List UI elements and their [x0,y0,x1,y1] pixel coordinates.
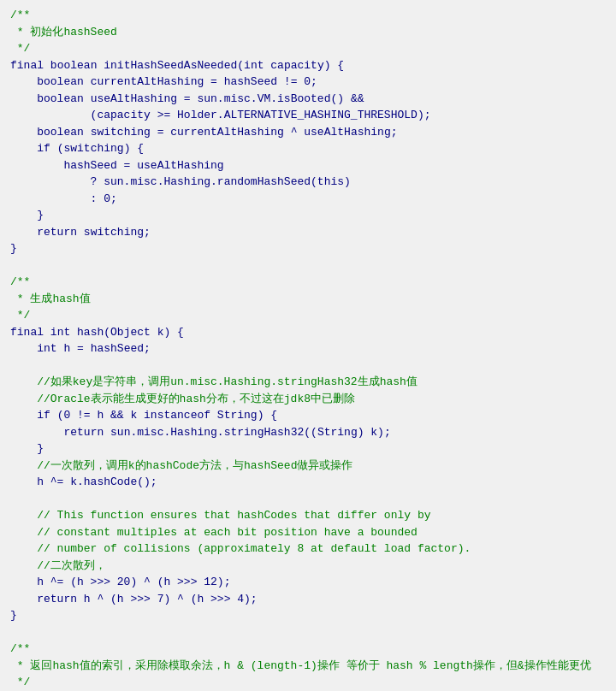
code-line: return h ^ (h >>> 7) ^ (h >>> 4); [10,591,606,608]
code-line: } [10,607,606,624]
code-line: if (0 != h && k instanceof String) { [10,407,606,424]
code-line: //二次散列， [10,558,606,575]
code-line: //一次散列，调用k的hashCode方法，与hashSeed做异或操作 [10,458,606,475]
code-line: // This function ensures that hashCodes … [10,507,606,524]
code-line: h ^= (h >>> 20) ^ (h >>> 12); [10,574,606,591]
code-line: */ [10,307,606,324]
code-line: hashSeed = useAltHashing [10,157,606,174]
code-line: h ^= k.hashCode(); [10,474,606,491]
code-line: * 返回hash值的索引，采用除模取余法，h & (length-1)操作 等价… [10,658,606,675]
code-line: int h = hashSeed; [10,340,606,357]
code-line: : 0; [10,191,606,208]
code-line: (capacity >= Holder.ALTERNATIVE_HASHING_… [10,107,606,124]
code-line [10,357,606,375]
code-line: final boolean initHashSeedAsNeeded(int c… [10,57,606,74]
code-line: return switching; [10,224,606,241]
code-line: // constant multiples at each bit positi… [10,524,606,541]
code-line: /** [10,274,606,291]
code-line: /** [10,7,606,24]
code-line: */ [10,40,606,57]
code-line: boolean useAltHashing = sun.misc.VM.isBo… [10,91,606,108]
code-line: * 初始化hashSeed [10,24,606,41]
code-line: final int hash(Object k) { [10,324,606,341]
code-line: /** [10,641,606,658]
code-line: } [10,440,606,458]
code-line: //Oracle表示能生成更好的hash分布，不过这在jdk8中已删除 [10,391,606,408]
code-container: /** * 初始化hashSeed */final boolean initHa… [0,0,616,691]
code-line: boolean currentAltHashing = hashSeed != … [10,74,606,91]
code-line: */ [10,674,606,691]
code-line: } [10,240,606,257]
code-line: if (switching) { [10,140,606,157]
code-line: } [10,207,606,224]
code-line: //如果key是字符串，调用un.misc.Hashing.stringHash… [10,374,606,391]
code-line: ? sun.misc.Hashing.randomHashSeed(this) [10,174,606,191]
code-line: * 生成hash值 [10,291,606,308]
code-line [10,624,606,641]
code-line: return sun.misc.Hashing.stringHash32((St… [10,424,606,441]
code-block: /** * 初始化hashSeed */final boolean initHa… [10,7,606,691]
code-line [10,491,606,508]
code-line [10,257,606,275]
code-line: boolean switching = currentAltHashing ^ … [10,124,606,141]
code-line: // number of collisions (approximately 8… [10,540,606,558]
